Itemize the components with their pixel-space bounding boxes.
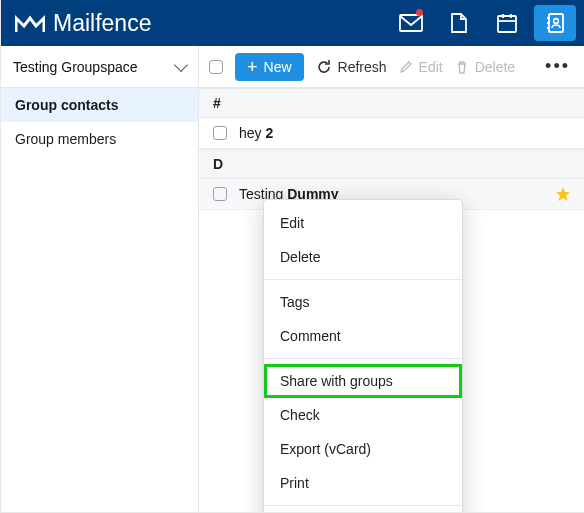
refresh-icon	[316, 59, 332, 75]
new-button-label: New	[264, 59, 292, 75]
list-item[interactable]: hey 2	[199, 118, 584, 149]
brand-text: Mailfence	[53, 10, 151, 37]
select-all-checkbox[interactable]	[209, 60, 223, 74]
svg-rect-0	[400, 15, 422, 31]
delete-button[interactable]: Delete	[455, 59, 515, 75]
svg-point-6	[554, 19, 559, 24]
group-selector[interactable]: Testing Groupspace	[1, 46, 198, 88]
ctx-tags[interactable]: Tags	[264, 285, 462, 319]
ctx-share-with-groups[interactable]: Share with groups	[264, 364, 462, 398]
section-header: D	[199, 149, 584, 179]
brand-logo-icon	[15, 12, 45, 34]
sidebar-item-label: Group contacts	[15, 97, 118, 113]
sidebar-item-group-members[interactable]: Group members	[1, 122, 198, 156]
delete-label: Delete	[475, 59, 515, 75]
ctx-edit[interactable]: Edit	[264, 206, 462, 240]
refresh-button[interactable]: Refresh	[316, 59, 387, 75]
section-header: #	[199, 88, 584, 118]
mail-app-button[interactable]	[390, 5, 432, 41]
menu-separator	[264, 505, 462, 506]
toolbar: + New Refresh Edit Delete •••	[199, 46, 584, 88]
ctx-print[interactable]: Print	[264, 466, 462, 500]
top-icons	[390, 5, 576, 41]
row-checkbox[interactable]	[213, 187, 227, 201]
contact-name: hey 2	[239, 125, 570, 141]
ctx-check[interactable]: Check	[264, 398, 462, 432]
sidebar-item-label: Group members	[15, 131, 116, 147]
plus-icon: +	[247, 60, 258, 74]
ctx-comment[interactable]: Comment	[264, 319, 462, 353]
contacts-app-button[interactable]	[534, 5, 576, 41]
menu-separator	[264, 279, 462, 280]
group-selector-label: Testing Groupspace	[13, 59, 176, 75]
context-menu: Edit Delete Tags Comment Share with grou…	[263, 199, 463, 513]
top-bar: Mailfence	[1, 0, 584, 46]
new-button[interactable]: + New	[235, 53, 304, 81]
unread-dot-icon	[416, 9, 423, 16]
calendar-app-button[interactable]	[486, 5, 528, 41]
ctx-export-vcard[interactable]: Export (vCard)	[264, 432, 462, 466]
trash-icon	[455, 60, 469, 74]
sidebar-item-group-contacts[interactable]: Group contacts	[1, 88, 198, 122]
sidebar: Testing Groupspace Group contacts Group …	[1, 46, 199, 513]
content: + New Refresh Edit Delete ••• #	[199, 46, 584, 513]
row-checkbox[interactable]	[213, 126, 227, 140]
chevron-down-icon	[174, 57, 188, 71]
edit-button[interactable]: Edit	[399, 59, 443, 75]
menu-separator	[264, 358, 462, 359]
pencil-icon	[399, 60, 413, 74]
svg-rect-1	[498, 16, 516, 32]
more-button[interactable]: •••	[541, 56, 574, 77]
main: Testing Groupspace Group contacts Group …	[1, 46, 584, 513]
documents-app-button[interactable]	[438, 5, 480, 41]
ctx-delete[interactable]: Delete	[264, 240, 462, 274]
brand: Mailfence	[15, 10, 390, 37]
star-icon[interactable]	[556, 187, 570, 201]
refresh-label: Refresh	[338, 59, 387, 75]
edit-label: Edit	[419, 59, 443, 75]
